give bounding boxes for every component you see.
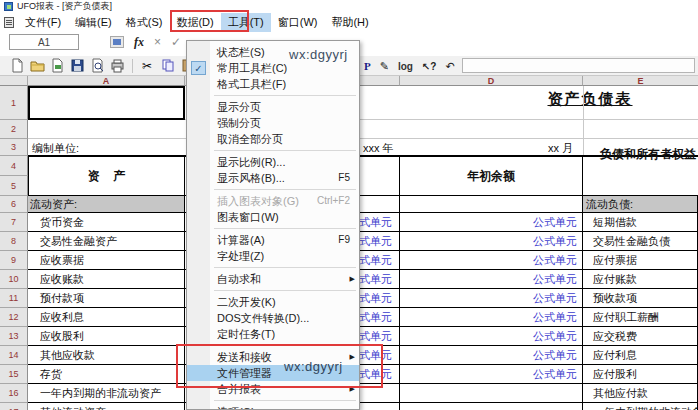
row-header-1[interactable]: 1 bbox=[0, 86, 28, 120]
liability-cell-row16[interactable]: 其他应付款 bbox=[583, 384, 698, 403]
row-header-15[interactable]: 15 bbox=[0, 365, 28, 384]
opening-balance-header-cell[interactable]: 年初余额 bbox=[400, 156, 583, 196]
formula-cell-d-row6[interactable] bbox=[400, 196, 583, 213]
print-icon[interactable] bbox=[109, 58, 125, 74]
menubar-item[interactable]: 窗口(W) bbox=[271, 13, 325, 32]
asset-cell-row9[interactable]: 应收票据 bbox=[28, 251, 185, 270]
undo-icon[interactable]: ↶ bbox=[445, 60, 454, 73]
asset-cell-row8[interactable]: 交易性金融资产 bbox=[28, 232, 185, 251]
asset-cell-row7[interactable]: 货币资金 bbox=[28, 213, 185, 232]
copy-icon[interactable] bbox=[160, 58, 176, 74]
row-header-11[interactable]: 11 bbox=[0, 289, 28, 308]
open-file-icon[interactable] bbox=[29, 58, 45, 74]
toolbar-empty-field[interactable] bbox=[462, 58, 695, 73]
asset-cell-row11[interactable]: 预付款项 bbox=[28, 289, 185, 308]
formula-cell-d-row11[interactable]: 公式单元 bbox=[400, 289, 583, 308]
row-header-6[interactable]: 6 bbox=[0, 196, 28, 213]
tools-menu-item-计算器a[interactable]: 计算器(A)F9 bbox=[187, 232, 359, 248]
row-header-3[interactable]: 3 bbox=[0, 139, 28, 156]
liability-cell-row14[interactable]: 应付利息 bbox=[583, 346, 698, 365]
save-icon[interactable] bbox=[69, 58, 85, 74]
asset-cell-row15[interactable]: 存货 bbox=[28, 365, 185, 384]
asset-cell-row6[interactable]: 流动资产: bbox=[28, 196, 185, 213]
tools-menu-item-自动求和[interactable]: 自动求和▶ bbox=[187, 271, 359, 287]
select-all-corner[interactable] bbox=[0, 76, 28, 86]
page-setup-icon[interactable]: P bbox=[364, 60, 371, 72]
liability-cell-row11[interactable]: 预收款项 bbox=[583, 289, 698, 308]
asset-cell-row13[interactable]: 应收股利 bbox=[28, 327, 185, 346]
tools-menu-item-定时任务t[interactable]: 定时任务(T) bbox=[187, 326, 359, 342]
liability-cell-row17[interactable]: 一年内到期的非流动负债 bbox=[583, 403, 698, 410]
liability-cell-row15[interactable]: 应付股利 bbox=[583, 365, 698, 384]
tools-menu-item-格式工具栏f[interactable]: 格式工具栏(F) bbox=[187, 76, 359, 92]
formula-cell-d-row10[interactable]: 公式单元 bbox=[400, 270, 583, 289]
log-tool-icon[interactable]: log bbox=[398, 61, 413, 72]
liability-cell-row8[interactable]: 交易性金融负债 bbox=[583, 232, 698, 251]
row-header-12[interactable]: 12 bbox=[0, 308, 28, 327]
tools-menu-item-二次开发k[interactable]: 二次开发(K) bbox=[187, 294, 359, 310]
column-header-a[interactable]: A bbox=[28, 76, 185, 86]
tools-menu-item-显示风格b[interactable]: 显示风格(B)...F5 bbox=[187, 170, 359, 186]
selected-cell-a1[interactable] bbox=[28, 86, 185, 120]
tools-menu-item-常用工具栏c[interactable]: ✓常用工具栏(C) bbox=[187, 60, 359, 76]
asset-cell-row17[interactable]: 其他流动资产 bbox=[28, 403, 185, 410]
tools-menu-item-显示比例r[interactable]: 显示比例(R)... bbox=[187, 154, 359, 170]
formula-cell-d-row13[interactable]: 公式单元 bbox=[400, 327, 583, 346]
tools-menu-item-字处理z[interactable]: 字处理(Z) bbox=[187, 248, 359, 264]
tools-menu-item-选项o[interactable]: 选项(O)... bbox=[187, 404, 359, 410]
row-header-14[interactable]: 14 bbox=[0, 346, 28, 365]
print-preview-icon[interactable] bbox=[89, 58, 105, 74]
menubar-item[interactable]: 文件(F) bbox=[18, 13, 68, 32]
row-header-2[interactable]: 2 bbox=[0, 120, 28, 139]
menubar-item[interactable]: 编辑(E) bbox=[68, 13, 119, 32]
liability-cell-row6[interactable]: 流动负债: bbox=[583, 196, 698, 213]
menubar-item[interactable]: 格式(S) bbox=[119, 13, 170, 32]
tools-menu-item-图表窗口w[interactable]: 图表窗口(W) bbox=[187, 209, 359, 225]
assets-header-cell[interactable]: 资 产 bbox=[28, 156, 185, 196]
formula-cell-d-row8[interactable]: 公式单元 bbox=[400, 232, 583, 251]
row-header-8[interactable]: 8 bbox=[0, 232, 28, 251]
cell-reference-box[interactable]: A1 bbox=[9, 34, 79, 50]
row-header-10[interactable]: 10 bbox=[0, 270, 28, 289]
cell-attribute-button[interactable] bbox=[110, 36, 124, 48]
tools-menu-item-dos文件转换d[interactable]: DOS文件转换(D)... bbox=[187, 310, 359, 326]
row-header-13[interactable]: 13 bbox=[0, 327, 28, 346]
tools-menu-item-取消全部分页[interactable]: 取消全部分页 bbox=[187, 131, 359, 147]
asset-cell-row14[interactable]: 其他应收款 bbox=[28, 346, 185, 365]
liability-cell-row10[interactable]: 应付账款 bbox=[583, 270, 698, 289]
row-header-17[interactable]: 17 bbox=[0, 403, 28, 410]
cancel-entry-icon[interactable]: × bbox=[154, 35, 161, 49]
formula-cell-d-row17[interactable] bbox=[400, 403, 583, 410]
row-header-4[interactable]: 4 bbox=[0, 156, 28, 176]
row-header-9[interactable]: 9 bbox=[0, 251, 28, 270]
formula-cell-d-row15[interactable]: 公式单元 bbox=[400, 365, 583, 384]
column-header-e[interactable]: E bbox=[583, 76, 698, 86]
month-text[interactable]: xx 月 bbox=[548, 141, 573, 156]
pen-tool-icon[interactable]: ✎ bbox=[380, 60, 389, 73]
document-icon[interactable] bbox=[4, 17, 14, 28]
formula-cell-d-row7[interactable]: 公式单元 bbox=[400, 213, 583, 232]
formula-cell-d-row14[interactable]: 公式单元 bbox=[400, 346, 583, 365]
row-header-16[interactable]: 16 bbox=[0, 384, 28, 403]
cut-icon[interactable]: ✂ bbox=[140, 58, 156, 74]
year-text[interactable]: xxx 年 bbox=[363, 141, 394, 156]
new-report-icon[interactable] bbox=[49, 58, 65, 74]
row-header-5[interactable]: 5 bbox=[0, 176, 28, 196]
liability-cell-row7[interactable]: 短期借款 bbox=[583, 213, 698, 232]
row-header-7[interactable]: 7 bbox=[0, 213, 28, 232]
tools-menu-item-强制分页[interactable]: 强制分页 bbox=[187, 115, 359, 131]
asset-cell-row10[interactable]: 应收账款 bbox=[28, 270, 185, 289]
column-header-d[interactable]: D bbox=[400, 76, 583, 86]
context-help-icon[interactable]: ↖? bbox=[422, 61, 437, 72]
asset-cell-row12[interactable]: 应收利息 bbox=[28, 308, 185, 327]
prepared-by-label[interactable]: 编制单位: bbox=[32, 141, 79, 156]
new-document-icon[interactable] bbox=[9, 58, 25, 74]
formula-cell-d-row12[interactable]: 公式单元 bbox=[400, 308, 583, 327]
tools-menu-item-显示分页[interactable]: 显示分页 bbox=[187, 99, 359, 115]
liability-cell-row13[interactable]: 应交税费 bbox=[583, 327, 698, 346]
liability-cell-row12[interactable]: 应付职工薪酬 bbox=[583, 308, 698, 327]
menubar-item[interactable]: 帮助(H) bbox=[324, 13, 375, 32]
confirm-entry-icon[interactable]: ✓ bbox=[171, 35, 181, 49]
formula-cell-d-row16[interactable] bbox=[400, 384, 583, 403]
asset-cell-row16[interactable]: 一年内到期的非流动资产 bbox=[28, 384, 185, 403]
